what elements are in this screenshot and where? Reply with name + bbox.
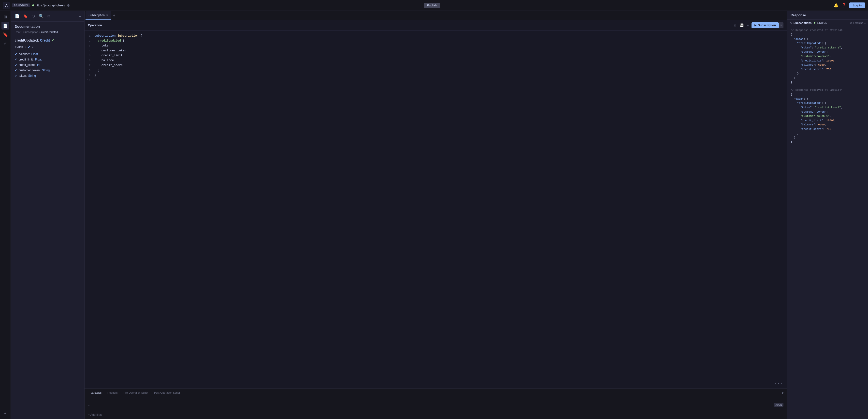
response-json-1: { "data": { "creditUpdated": { "token": … <box>790 33 865 85</box>
field-check-token[interactable]: ✔ <box>15 74 17 78</box>
tab-variables[interactable]: Variables <box>88 389 104 397</box>
code-editor[interactable]: 1 subscription Subscription { 2 creditUp… <box>85 30 787 388</box>
share-icon[interactable]: ⎙ <box>733 23 737 28</box>
url-area: https://jvc-graphql-serv ⚙ <box>32 3 422 7</box>
response-block-2: // Response received at 22:51:44 { "data… <box>790 89 865 144</box>
fields-expand-icon[interactable]: ▾ <box>32 46 33 49</box>
code-line-9: 9 } <box>85 73 787 78</box>
line-content-8: } <box>94 68 100 72</box>
tab-headers[interactable]: Headers <box>105 389 120 397</box>
code-line-1: 1 subscription Subscription { <box>85 33 787 38</box>
rail-icon-bookmark[interactable]: 🔖 <box>1 30 9 38</box>
tab-pre-operation[interactable]: Pre-Operation Script <box>121 389 151 397</box>
line-num-5: 5 <box>85 53 94 58</box>
sidebar-content: creditUpdated: Credit ✔ Fields ↓ ✔ ▾ ✔ b… <box>11 36 84 419</box>
field-type-credit-score[interactable]: Int <box>37 63 40 67</box>
subscriptions-close-icon[interactable]: ✕ <box>789 21 792 25</box>
status-dot <box>814 22 815 24</box>
breadcrumb-sep-1: › <box>21 30 22 33</box>
rail-icon-bottom[interactable]: « <box>1 409 9 417</box>
rail-icon-check[interactable]: ✓ <box>1 39 9 47</box>
field-customer-token: ✔ customer_token: String <box>15 68 80 73</box>
run-subscription-button[interactable]: ▶ Subscription <box>751 22 779 28</box>
url-display: https://jvc-graphql-serv <box>36 4 65 7</box>
fields-check-icon[interactable]: ✔ <box>28 45 30 49</box>
line-num-9: 9 <box>85 73 94 78</box>
field-type-token[interactable]: String <box>28 74 36 78</box>
history-icon[interactable]: ⏲ <box>30 13 36 20</box>
line-content-3: token <box>94 43 110 48</box>
url-settings-icon[interactable]: ⚙ <box>67 3 70 7</box>
rail-icon-schema[interactable]: ⊞ <box>1 13 9 21</box>
code-more-button[interactable]: ··· <box>774 381 783 386</box>
response-scroll[interactable]: // Response received at 22:51:49 { "data… <box>787 26 868 419</box>
field-type-credit-limit[interactable]: Float <box>35 58 42 61</box>
bottom-expand-icon[interactable]: ▾ <box>782 391 783 395</box>
response-comment-1: // Response received at 22:51:49 <box>790 29 865 32</box>
sidebar-title: Documentation <box>11 22 84 30</box>
run-play-icon: ▶ <box>754 24 756 27</box>
settings-icon[interactable]: ⚙ <box>46 13 52 20</box>
listening-close-icon[interactable]: ✕ <box>850 21 852 25</box>
field-check-credit-score[interactable]: ✔ <box>15 63 17 67</box>
line-num-4: 4 <box>85 49 94 53</box>
operation-title: Operation <box>88 24 731 27</box>
collapse-icon[interactable]: « <box>79 14 81 19</box>
field-check-customer-token[interactable]: ✔ <box>15 69 17 72</box>
add-tab-icon[interactable]: + <box>112 13 117 18</box>
add-files-button[interactable]: + Add files <box>85 412 787 419</box>
response-block-1: // Response received at 22:51:49 { "data… <box>790 29 865 85</box>
breadcrumb-subscription[interactable]: Subscription <box>23 30 38 33</box>
field-balance: ✔ balance: Float <box>15 51 80 57</box>
line-content-1: subscription Subscription { <box>94 34 142 38</box>
icon-rail: ⊞ 📄 🔖 ✓ « <box>0 11 11 419</box>
add-files-label: + Add files <box>88 413 102 417</box>
line-num-6: 6 <box>85 58 94 63</box>
json-badge: JSON <box>774 403 783 407</box>
line-num-10: 10 <box>85 78 94 82</box>
docs-icon[interactable]: 📄 <box>14 13 21 20</box>
type-type: Credit <box>40 38 50 42</box>
line-num-2: 2 <box>85 39 94 43</box>
sidebar-toolbar: 📄 🔖 ⏲ 🔍 ⚙ « <box>11 11 84 22</box>
line-content-6: balance <box>94 58 114 63</box>
subscriptions-title: Subscriptions <box>794 21 811 24</box>
verified-icon: ✔ <box>51 38 54 42</box>
breadcrumb-root[interactable]: Root <box>15 30 21 33</box>
operation-area: Operation ⎙ 💾 ▾ ▶ Subscription ▾ 1 subsc… <box>85 20 787 419</box>
line-content-7: credit_score <box>94 63 123 68</box>
login-button[interactable]: Log in <box>849 2 865 8</box>
center-panel: Subscription ✕ + Operation ⎙ 💾 ▾ ▶ Subsc… <box>85 11 787 419</box>
field-check-balance[interactable]: ✔ <box>15 52 17 56</box>
save-icon[interactable]: 💾 <box>739 23 744 28</box>
search-icon[interactable]: 🔍 <box>38 13 45 20</box>
tabs-bar: Subscription ✕ + <box>85 11 787 20</box>
topbar: A SANDBOX https://jvc-graphql-serv ⚙ Pub… <box>0 0 868 11</box>
tab-subscription[interactable]: Subscription ✕ <box>86 11 111 20</box>
field-type-customer-token[interactable]: String <box>42 69 50 72</box>
tab-close-subscription[interactable]: ✕ <box>106 14 108 17</box>
tab-post-operation[interactable]: Post-Operation Script <box>152 389 182 397</box>
line-content-9: } <box>94 73 96 78</box>
dropdown-icon[interactable]: ▾ <box>746 23 749 28</box>
notifications-icon[interactable]: 🔔 <box>834 3 838 8</box>
fields-header: Fields ↓ ✔ ▾ <box>15 45 80 49</box>
publish-button[interactable]: Publish <box>424 3 440 8</box>
field-name-customer-token: customer_token: <box>19 69 40 72</box>
run-dropdown-button[interactable]: ▾ <box>779 22 783 28</box>
response-json-2: { "data": { "creditUpdated": { "token": … <box>790 92 865 144</box>
type-name: creditUpdated: Credit <box>15 38 50 42</box>
help-icon[interactable]: ❓ <box>841 3 846 8</box>
field-check-credit-limit[interactable]: ✔ <box>15 58 17 61</box>
sort-icon[interactable]: ↓ <box>25 46 26 49</box>
rail-icon-docs[interactable]: 📄 <box>1 22 9 30</box>
bottom-tab-bar: Variables Headers Pre-Operation Script P… <box>85 389 787 397</box>
connection-status-dot <box>32 4 34 6</box>
field-type-balance[interactable]: Float <box>31 52 38 56</box>
operation-header: Operation ⎙ 💾 ▾ ▶ Subscription ▾ <box>85 20 787 30</box>
sandbox-badge: SANDBOX <box>12 3 30 7</box>
breadcrumb: Root › Subscription › creditUpdated <box>11 30 84 36</box>
bookmark-icon[interactable]: 🔖 <box>22 13 29 20</box>
line-content-5: credit_limit <box>94 53 123 58</box>
code-line-5: 5 credit_limit <box>85 53 787 58</box>
